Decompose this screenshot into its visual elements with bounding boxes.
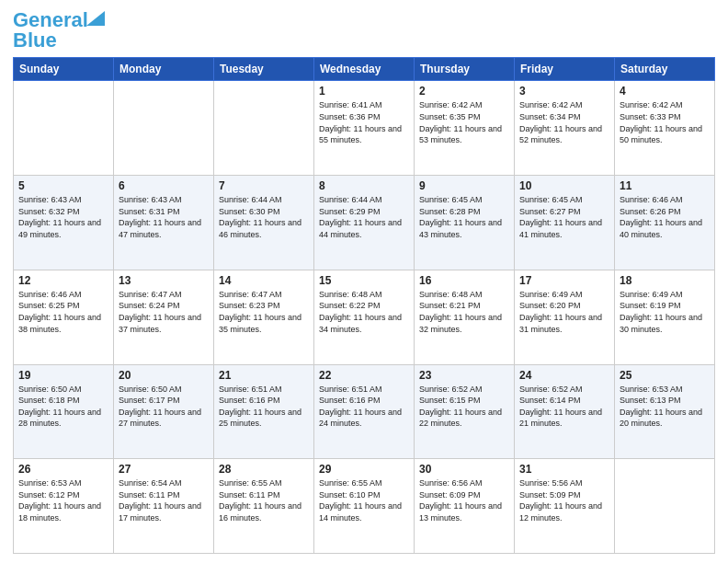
day-info: Sunrise: 5:56 AM Sunset: 5:09 PM Dayligh… xyxy=(519,477,609,523)
day-info: Sunrise: 6:42 AM Sunset: 6:33 PM Dayligh… xyxy=(620,99,710,145)
calendar-cell: 14Sunrise: 6:47 AM Sunset: 6:23 PM Dayli… xyxy=(214,270,314,364)
day-number: 12 xyxy=(18,274,108,287)
day-number: 9 xyxy=(419,179,509,192)
week-row-1: 1Sunrise: 6:41 AM Sunset: 6:36 PM Daylig… xyxy=(14,81,715,176)
logo-text: General xyxy=(13,8,88,31)
day-info: Sunrise: 6:47 AM Sunset: 6:24 PM Dayligh… xyxy=(119,289,209,335)
calendar-cell: 11Sunrise: 6:46 AM Sunset: 6:26 PM Dayli… xyxy=(615,176,715,270)
day-number: 23 xyxy=(419,369,509,382)
day-number: 22 xyxy=(319,369,409,382)
logo-icon xyxy=(86,11,105,26)
day-number: 6 xyxy=(119,179,209,192)
day-info: Sunrise: 6:46 AM Sunset: 6:25 PM Dayligh… xyxy=(18,289,108,335)
day-info: Sunrise: 6:56 AM Sunset: 6:09 PM Dayligh… xyxy=(419,477,509,523)
weekday-header-monday: Monday xyxy=(114,58,214,81)
day-number: 25 xyxy=(620,369,710,382)
day-number: 3 xyxy=(519,85,609,98)
calendar-cell: 28Sunrise: 6:55 AM Sunset: 6:11 PM Dayli… xyxy=(214,459,314,554)
day-number: 15 xyxy=(319,274,409,287)
calendar-cell: 5Sunrise: 6:43 AM Sunset: 6:32 PM Daylig… xyxy=(14,176,114,270)
calendar-cell: 21Sunrise: 6:51 AM Sunset: 6:16 PM Dayli… xyxy=(214,364,314,459)
day-info: Sunrise: 6:46 AM Sunset: 6:26 PM Dayligh… xyxy=(620,194,710,240)
day-info: Sunrise: 6:49 AM Sunset: 6:19 PM Dayligh… xyxy=(620,289,710,335)
calendar-cell xyxy=(214,81,314,176)
week-row-5: 26Sunrise: 6:53 AM Sunset: 6:12 PM Dayli… xyxy=(14,459,715,554)
day-number: 17 xyxy=(519,274,609,287)
day-info: Sunrise: 6:54 AM Sunset: 6:11 PM Dayligh… xyxy=(119,477,209,523)
day-info: Sunrise: 6:42 AM Sunset: 6:35 PM Dayligh… xyxy=(419,99,509,145)
weekday-header-tuesday: Tuesday xyxy=(214,58,314,81)
calendar-cell: 13Sunrise: 6:47 AM Sunset: 6:24 PM Dayli… xyxy=(114,270,214,364)
day-info: Sunrise: 6:44 AM Sunset: 6:30 PM Dayligh… xyxy=(219,194,309,240)
day-number: 19 xyxy=(18,369,108,382)
day-info: Sunrise: 6:45 AM Sunset: 6:28 PM Dayligh… xyxy=(419,194,509,240)
calendar-cell xyxy=(14,81,114,176)
calendar-cell: 7Sunrise: 6:44 AM Sunset: 6:30 PM Daylig… xyxy=(214,176,314,270)
calendar-cell: 26Sunrise: 6:53 AM Sunset: 6:12 PM Dayli… xyxy=(14,459,114,554)
calendar-cell: 8Sunrise: 6:44 AM Sunset: 6:29 PM Daylig… xyxy=(314,176,415,270)
day-info: Sunrise: 6:52 AM Sunset: 6:14 PM Dayligh… xyxy=(519,384,609,430)
calendar-cell: 10Sunrise: 6:45 AM Sunset: 6:27 PM Dayli… xyxy=(515,176,615,270)
day-number: 13 xyxy=(119,274,209,287)
day-info: Sunrise: 6:42 AM Sunset: 6:34 PM Dayligh… xyxy=(519,99,609,145)
day-number: 2 xyxy=(419,85,509,98)
day-number: 27 xyxy=(119,463,209,476)
day-info: Sunrise: 6:43 AM Sunset: 6:32 PM Dayligh… xyxy=(18,194,108,240)
calendar-cell: 29Sunrise: 6:55 AM Sunset: 6:10 PM Dayli… xyxy=(314,459,415,554)
day-number: 31 xyxy=(519,463,609,476)
logo-blue: Blue xyxy=(13,29,57,52)
day-number: 1 xyxy=(319,85,409,98)
day-number: 4 xyxy=(620,85,710,98)
calendar-cell: 22Sunrise: 6:51 AM Sunset: 6:16 PM Dayli… xyxy=(314,364,415,459)
day-info: Sunrise: 6:48 AM Sunset: 6:21 PM Dayligh… xyxy=(419,289,509,335)
calendar-cell: 31Sunrise: 5:56 AM Sunset: 5:09 PM Dayli… xyxy=(515,459,615,554)
day-info: Sunrise: 6:45 AM Sunset: 6:27 PM Dayligh… xyxy=(519,194,609,240)
calendar-cell xyxy=(615,459,715,554)
svg-marker-0 xyxy=(86,11,105,26)
day-number: 11 xyxy=(620,179,710,192)
calendar-cell: 15Sunrise: 6:48 AM Sunset: 6:22 PM Dayli… xyxy=(314,270,415,364)
day-number: 5 xyxy=(18,179,108,192)
week-row-3: 12Sunrise: 6:46 AM Sunset: 6:25 PM Dayli… xyxy=(14,270,715,364)
day-info: Sunrise: 6:43 AM Sunset: 6:31 PM Dayligh… xyxy=(119,194,209,240)
calendar-cell: 2Sunrise: 6:42 AM Sunset: 6:35 PM Daylig… xyxy=(415,81,515,176)
day-info: Sunrise: 6:52 AM Sunset: 6:15 PM Dayligh… xyxy=(419,384,509,430)
day-info: Sunrise: 6:50 AM Sunset: 6:17 PM Dayligh… xyxy=(119,384,209,430)
weekday-header-friday: Friday xyxy=(515,58,615,81)
day-number: 21 xyxy=(219,369,309,382)
calendar-cell: 9Sunrise: 6:45 AM Sunset: 6:28 PM Daylig… xyxy=(415,176,515,270)
calendar-cell: 17Sunrise: 6:49 AM Sunset: 6:20 PM Dayli… xyxy=(515,270,615,364)
day-info: Sunrise: 6:49 AM Sunset: 6:20 PM Dayligh… xyxy=(519,289,609,335)
weekday-header-saturday: Saturday xyxy=(615,58,715,81)
day-info: Sunrise: 6:51 AM Sunset: 6:16 PM Dayligh… xyxy=(219,384,309,430)
day-number: 24 xyxy=(519,369,609,382)
calendar-cell xyxy=(114,81,214,176)
day-info: Sunrise: 6:41 AM Sunset: 6:36 PM Dayligh… xyxy=(319,99,409,145)
calendar-cell: 1Sunrise: 6:41 AM Sunset: 6:36 PM Daylig… xyxy=(314,81,415,176)
calendar-cell: 19Sunrise: 6:50 AM Sunset: 6:18 PM Dayli… xyxy=(14,364,114,459)
day-info: Sunrise: 6:50 AM Sunset: 6:18 PM Dayligh… xyxy=(18,384,108,430)
day-number: 28 xyxy=(219,463,309,476)
day-number: 26 xyxy=(18,463,108,476)
weekday-header-row: SundayMondayTuesdayWednesdayThursdayFrid… xyxy=(14,58,715,81)
calendar-cell: 3Sunrise: 6:42 AM Sunset: 6:34 PM Daylig… xyxy=(515,81,615,176)
day-info: Sunrise: 6:51 AM Sunset: 6:16 PM Dayligh… xyxy=(319,384,409,430)
page: General Blue SundayMondayTuesdayWednesda… xyxy=(0,0,728,563)
day-number: 10 xyxy=(519,179,609,192)
calendar-cell: 30Sunrise: 6:56 AM Sunset: 6:09 PM Dayli… xyxy=(415,459,515,554)
calendar-cell: 20Sunrise: 6:50 AM Sunset: 6:17 PM Dayli… xyxy=(114,364,214,459)
logo: General Blue xyxy=(13,9,88,52)
weekday-header-thursday: Thursday xyxy=(415,58,515,81)
calendar-cell: 4Sunrise: 6:42 AM Sunset: 6:33 PM Daylig… xyxy=(615,81,715,176)
weekday-header-sunday: Sunday xyxy=(14,58,114,81)
day-info: Sunrise: 6:53 AM Sunset: 6:13 PM Dayligh… xyxy=(620,384,710,430)
header: General Blue xyxy=(13,9,715,52)
day-number: 14 xyxy=(219,274,309,287)
logo-general: General xyxy=(13,8,88,31)
calendar: SundayMondayTuesdayWednesdayThursdayFrid… xyxy=(13,57,715,554)
calendar-cell: 18Sunrise: 6:49 AM Sunset: 6:19 PM Dayli… xyxy=(615,270,715,364)
week-row-4: 19Sunrise: 6:50 AM Sunset: 6:18 PM Dayli… xyxy=(14,364,715,459)
day-info: Sunrise: 6:48 AM Sunset: 6:22 PM Dayligh… xyxy=(319,289,409,335)
calendar-cell: 12Sunrise: 6:46 AM Sunset: 6:25 PM Dayli… xyxy=(14,270,114,364)
day-number: 8 xyxy=(319,179,409,192)
